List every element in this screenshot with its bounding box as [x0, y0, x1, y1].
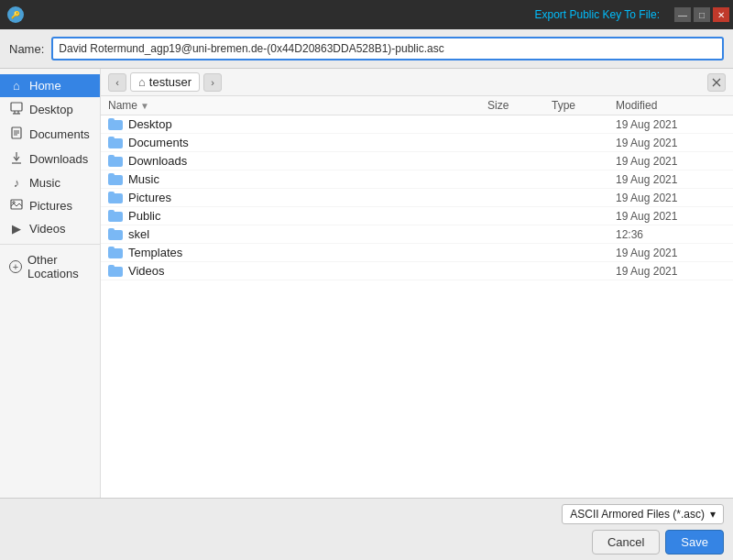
- plus-icon: +: [9, 260, 22, 273]
- svg-rect-2: [11, 103, 22, 111]
- table-row[interactable]: skel 12:36: [101, 225, 733, 244]
- sidebar-item-desktop[interactable]: Desktop: [0, 97, 100, 122]
- table-row[interactable]: Pictures 19 Aug 2021: [101, 189, 733, 207]
- videos-icon: ▶: [9, 222, 24, 236]
- name-bar: Name:: [0, 29, 733, 69]
- folder-icon: [108, 210, 123, 222]
- folder-icon: [108, 192, 123, 203]
- bottom-bar: ASCII Armored Files (*.asc) ▾ Cancel Sav…: [0, 498, 733, 560]
- file-name-cell: Templates: [108, 246, 487, 259]
- name-label: Name:: [9, 42, 44, 56]
- file-dialog: Name: ⌂ Home Desktop: [0, 29, 733, 560]
- file-modified: 19 Aug 2021: [616, 265, 726, 278]
- folder-icon: [108, 265, 123, 277]
- table-row[interactable]: Documents 19 Aug 2021: [101, 134, 733, 152]
- breadcrumb-bar: ‹ ⌂ testuser ›: [101, 69, 733, 96]
- folder-icon: [108, 155, 123, 167]
- maximize-button[interactable]: □: [694, 7, 710, 22]
- filter-arrow-icon: ▾: [710, 508, 716, 521]
- sidebar-item-videos[interactable]: ▶ Videos: [0, 217, 100, 240]
- file-name: Pictures: [128, 191, 171, 204]
- table-row[interactable]: Downloads 19 Aug 2021: [101, 152, 733, 170]
- table-row[interactable]: Templates 19 Aug 2021: [101, 244, 733, 262]
- back-button[interactable]: ‹: [108, 73, 126, 92]
- sort-arrow-icon: ▼: [140, 101, 149, 111]
- sidebar-divider: [0, 244, 100, 245]
- file-modified: 19 Aug 2021: [616, 247, 726, 259]
- filename-input[interactable]: [51, 37, 724, 60]
- sidebar: ⌂ Home Desktop: [0, 69, 101, 498]
- column-modified[interactable]: Modified: [616, 99, 726, 112]
- folder-icon: [108, 118, 123, 130]
- sidebar-label-desktop: Desktop: [29, 103, 73, 116]
- file-name-cell: skel: [108, 227, 487, 241]
- window-title: Export Public Key To File:: [534, 8, 660, 21]
- music-icon: ♪: [9, 176, 24, 190]
- column-name[interactable]: Name ▼: [108, 99, 487, 112]
- file-name: Templates: [128, 246, 182, 259]
- sidebar-item-home[interactable]: ⌂ Home: [0, 74, 100, 97]
- filelist-header: Name ▼ Size Type Modified: [101, 96, 733, 115]
- sidebar-item-music[interactable]: ♪ Music: [0, 171, 100, 194]
- close-button[interactable]: ✕: [713, 7, 729, 22]
- file-name-cell: Pictures: [108, 191, 487, 204]
- file-modified: 19 Aug 2021: [616, 137, 726, 149]
- sidebar-label-home: Home: [29, 79, 61, 93]
- home-location-icon: ⌂: [138, 75, 146, 89]
- sidebar-item-pictures[interactable]: Pictures: [0, 194, 100, 217]
- forward-button[interactable]: ›: [203, 73, 222, 92]
- file-modified: 19 Aug 2021: [616, 118, 726, 131]
- sidebar-label-downloads: Downloads: [29, 152, 88, 166]
- downloads-icon: [9, 151, 24, 167]
- column-size[interactable]: Size: [487, 99, 552, 112]
- folder-icon: [108, 173, 123, 185]
- bottom-bar-inner: ASCII Armored Files (*.asc) ▾ Cancel Sav…: [9, 504, 724, 555]
- file-name: Music: [128, 172, 159, 186]
- folder-icon: [108, 247, 123, 258]
- sidebar-item-documents[interactable]: Documents: [0, 122, 100, 147]
- column-name-label: Name: [108, 99, 137, 112]
- sidebar-item-other-locations[interactable]: + Other Locations: [0, 248, 100, 285]
- file-modified: 19 Aug 2021: [616, 173, 726, 186]
- table-row[interactable]: Music 19 Aug 2021: [101, 170, 733, 189]
- file-modified: 19 Aug 2021: [616, 155, 726, 168]
- table-row[interactable]: Videos 19 Aug 2021: [101, 262, 733, 280]
- titlebar: 🔑 Export Public Key To File: — □ ✕: [0, 0, 733, 29]
- file-name: Videos: [128, 264, 165, 278]
- expand-button[interactable]: [707, 73, 726, 92]
- sidebar-item-downloads[interactable]: Downloads: [0, 147, 100, 171]
- file-modified: 19 Aug 2021: [616, 210, 726, 223]
- save-button[interactable]: Save: [665, 530, 724, 555]
- file-name-cell: Videos: [108, 264, 487, 278]
- file-name-cell: Downloads: [108, 154, 487, 168]
- minimize-button[interactable]: —: [674, 7, 691, 22]
- column-type[interactable]: Type: [552, 99, 616, 112]
- filter-row: ASCII Armored Files (*.asc) ▾: [9, 504, 724, 524]
- svg-text:🔑: 🔑: [11, 10, 20, 19]
- button-row: Cancel Save: [9, 530, 724, 555]
- file-modified: 19 Aug 2021: [616, 192, 726, 204]
- file-name: skel: [128, 227, 149, 241]
- sidebar-label-documents: Documents: [29, 127, 90, 141]
- app-icon: 🔑: [7, 6, 24, 23]
- table-row[interactable]: Desktop 19 Aug 2021: [101, 115, 733, 134]
- filelist: Desktop 19 Aug 2021 Documents 19 Aug 202…: [101, 115, 733, 498]
- sidebar-label-other-locations: Other Locations: [27, 253, 91, 280]
- file-name-cell: Documents: [108, 136, 487, 149]
- sidebar-label-pictures: Pictures: [29, 199, 72, 213]
- file-name-cell: Public: [108, 209, 487, 223]
- file-name-cell: Music: [108, 172, 487, 186]
- documents-icon: [9, 126, 24, 142]
- filter-label: ASCII Armored Files (*.asc): [570, 508, 705, 521]
- folder-icon: [108, 137, 123, 148]
- home-icon: ⌂: [9, 79, 24, 93]
- location-button[interactable]: ⌂ testuser: [130, 72, 200, 92]
- file-name-cell: Desktop: [108, 117, 487, 131]
- file-browser: ‹ ⌂ testuser › Name ▼ Size: [101, 69, 733, 498]
- sidebar-label-videos: Videos: [29, 222, 66, 236]
- window-controls: — □ ✕: [674, 7, 729, 22]
- file-type-filter[interactable]: ASCII Armored Files (*.asc) ▾: [562, 504, 724, 524]
- cancel-button[interactable]: Cancel: [592, 530, 660, 555]
- sidebar-label-music: Music: [29, 176, 60, 190]
- table-row[interactable]: Public 19 Aug 2021: [101, 207, 733, 225]
